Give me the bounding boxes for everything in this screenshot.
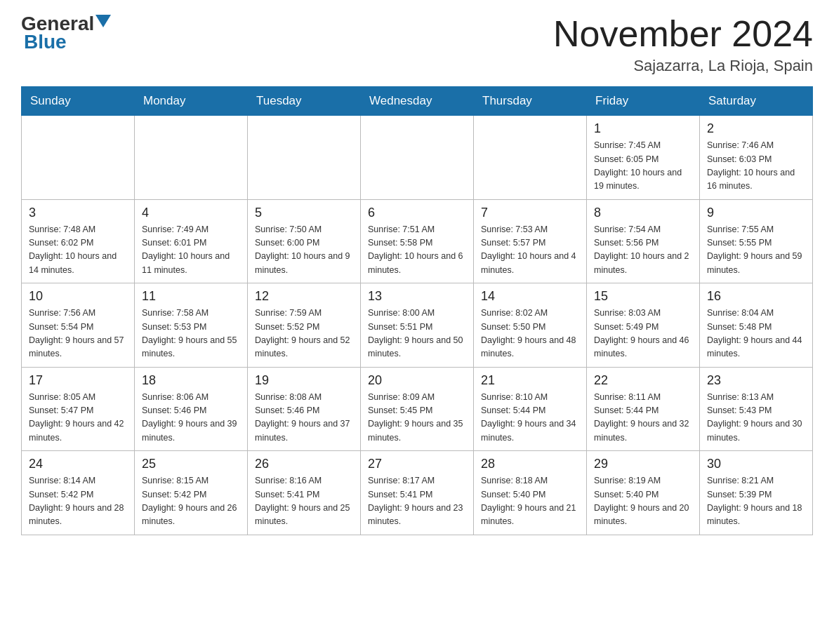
page-header: General Blue November 2024 Sajazarra, La… (21, 14, 813, 75)
day-number: 15 (594, 289, 692, 304)
calendar-cell: 18Sunrise: 8:06 AM Sunset: 5:46 PM Dayli… (135, 367, 248, 451)
week-row-5: 24Sunrise: 8:14 AM Sunset: 5:42 PM Dayli… (22, 451, 813, 535)
day-number: 6 (368, 206, 466, 220)
calendar-cell: 11Sunrise: 7:58 AM Sunset: 5:53 PM Dayli… (135, 283, 248, 368)
calendar-table: Sunday Monday Tuesday Wednesday Thursday… (21, 86, 813, 535)
calendar-cell: 29Sunrise: 8:19 AM Sunset: 5:40 PM Dayli… (587, 451, 700, 535)
calendar-cell: 3Sunrise: 7:48 AM Sunset: 6:02 PM Daylig… (22, 199, 135, 283)
day-info: Sunrise: 7:46 AM Sunset: 6:03 PM Dayligh… (707, 139, 805, 194)
day-number: 13 (368, 289, 466, 304)
day-info: Sunrise: 8:18 AM Sunset: 5:40 PM Dayligh… (481, 474, 579, 529)
day-number: 17 (29, 373, 127, 388)
calendar-cell: 15Sunrise: 8:03 AM Sunset: 5:49 PM Dayli… (587, 283, 700, 368)
day-info: Sunrise: 8:11 AM Sunset: 5:44 PM Dayligh… (594, 391, 692, 445)
calendar-cell: 7Sunrise: 7:53 AM Sunset: 5:57 PM Daylig… (474, 199, 587, 283)
calendar-cell: 9Sunrise: 7:55 AM Sunset: 5:55 PM Daylig… (700, 199, 813, 283)
calendar-cell: 17Sunrise: 8:05 AM Sunset: 5:47 PM Dayli… (22, 367, 135, 451)
day-info: Sunrise: 7:49 AM Sunset: 6:01 PM Dayligh… (142, 223, 240, 278)
calendar-cell (474, 116, 587, 200)
day-number: 28 (481, 457, 579, 471)
logo-triangle-icon (95, 15, 111, 30)
day-number: 23 (707, 373, 805, 388)
col-tuesday: Tuesday (248, 87, 361, 116)
day-number: 25 (142, 457, 240, 471)
calendar-cell: 23Sunrise: 8:13 AM Sunset: 5:43 PM Dayli… (700, 367, 813, 451)
day-number: 1 (594, 121, 692, 136)
day-info: Sunrise: 7:50 AM Sunset: 6:00 PM Dayligh… (255, 223, 353, 278)
calendar-cell: 27Sunrise: 8:17 AM Sunset: 5:41 PM Dayli… (361, 451, 474, 535)
day-number: 4 (142, 206, 240, 220)
day-number: 9 (707, 206, 805, 220)
day-number: 26 (255, 457, 353, 471)
day-number: 18 (142, 373, 240, 388)
title-section: November 2024 Sajazarra, La Rioja, Spain (553, 14, 813, 75)
day-number: 14 (481, 289, 579, 304)
day-number: 12 (255, 289, 353, 304)
week-row-4: 17Sunrise: 8:05 AM Sunset: 5:47 PM Dayli… (22, 367, 813, 451)
calendar-cell: 21Sunrise: 8:10 AM Sunset: 5:44 PM Dayli… (474, 367, 587, 451)
calendar-location: Sajazarra, La Rioja, Spain (553, 57, 813, 75)
svg-marker-0 (95, 15, 111, 27)
week-row-3: 10Sunrise: 7:56 AM Sunset: 5:54 PM Dayli… (22, 283, 813, 368)
day-info: Sunrise: 8:03 AM Sunset: 5:49 PM Dayligh… (594, 307, 692, 361)
calendar-cell: 8Sunrise: 7:54 AM Sunset: 5:56 PM Daylig… (587, 199, 700, 283)
calendar-cell: 12Sunrise: 7:59 AM Sunset: 5:52 PM Dayli… (248, 283, 361, 368)
calendar-cell: 16Sunrise: 8:04 AM Sunset: 5:48 PM Dayli… (700, 283, 813, 368)
calendar-cell: 6Sunrise: 7:51 AM Sunset: 5:58 PM Daylig… (361, 199, 474, 283)
day-number: 24 (29, 457, 127, 471)
day-info: Sunrise: 7:56 AM Sunset: 5:54 PM Dayligh… (29, 307, 127, 361)
day-number: 7 (481, 206, 579, 220)
col-monday: Monday (135, 87, 248, 116)
day-info: Sunrise: 8:00 AM Sunset: 5:51 PM Dayligh… (368, 307, 466, 361)
day-info: Sunrise: 7:59 AM Sunset: 5:52 PM Dayligh… (255, 307, 353, 361)
calendar-cell: 14Sunrise: 8:02 AM Sunset: 5:50 PM Dayli… (474, 283, 587, 368)
week-row-2: 3Sunrise: 7:48 AM Sunset: 6:02 PM Daylig… (22, 199, 813, 283)
col-sunday: Sunday (22, 87, 135, 116)
calendar-cell: 22Sunrise: 8:11 AM Sunset: 5:44 PM Dayli… (587, 367, 700, 451)
calendar-cell: 13Sunrise: 8:00 AM Sunset: 5:51 PM Dayli… (361, 283, 474, 368)
day-info: Sunrise: 8:13 AM Sunset: 5:43 PM Dayligh… (707, 391, 805, 445)
day-info: Sunrise: 7:54 AM Sunset: 5:56 PM Dayligh… (594, 223, 692, 278)
day-info: Sunrise: 8:06 AM Sunset: 5:46 PM Dayligh… (142, 391, 240, 445)
calendar-cell (248, 116, 361, 200)
col-friday: Friday (587, 87, 700, 116)
calendar-title: November 2024 (553, 14, 813, 54)
calendar-cell: 5Sunrise: 7:50 AM Sunset: 6:00 PM Daylig… (248, 199, 361, 283)
day-info: Sunrise: 8:05 AM Sunset: 5:47 PM Dayligh… (29, 391, 127, 445)
day-number: 29 (594, 457, 692, 471)
calendar-cell: 25Sunrise: 8:15 AM Sunset: 5:42 PM Dayli… (135, 451, 248, 535)
col-wednesday: Wednesday (361, 87, 474, 116)
day-number: 27 (368, 457, 466, 471)
day-number: 5 (255, 206, 353, 220)
calendar-cell: 20Sunrise: 8:09 AM Sunset: 5:45 PM Dayli… (361, 367, 474, 451)
day-info: Sunrise: 8:04 AM Sunset: 5:48 PM Dayligh… (707, 307, 805, 361)
calendar-header-row: Sunday Monday Tuesday Wednesday Thursday… (22, 87, 813, 116)
calendar-cell: 4Sunrise: 7:49 AM Sunset: 6:01 PM Daylig… (135, 199, 248, 283)
day-number: 10 (29, 289, 127, 304)
day-info: Sunrise: 8:16 AM Sunset: 5:41 PM Dayligh… (255, 474, 353, 529)
calendar-cell: 1Sunrise: 7:45 AM Sunset: 6:05 PM Daylig… (587, 116, 700, 200)
day-info: Sunrise: 7:53 AM Sunset: 5:57 PM Dayligh… (481, 223, 579, 278)
calendar-cell: 28Sunrise: 8:18 AM Sunset: 5:40 PM Dayli… (474, 451, 587, 535)
day-number: 20 (368, 373, 466, 388)
calendar-cell: 26Sunrise: 8:16 AM Sunset: 5:41 PM Dayli… (248, 451, 361, 535)
day-number: 19 (255, 373, 353, 388)
calendar-cell: 19Sunrise: 8:08 AM Sunset: 5:46 PM Dayli… (248, 367, 361, 451)
day-info: Sunrise: 8:08 AM Sunset: 5:46 PM Dayligh… (255, 391, 353, 445)
day-info: Sunrise: 8:15 AM Sunset: 5:42 PM Dayligh… (142, 474, 240, 529)
logo: General Blue (21, 14, 111, 53)
day-info: Sunrise: 7:51 AM Sunset: 5:58 PM Dayligh… (368, 223, 466, 278)
day-number: 8 (594, 206, 692, 220)
calendar-cell: 10Sunrise: 7:56 AM Sunset: 5:54 PM Dayli… (22, 283, 135, 368)
day-info: Sunrise: 7:48 AM Sunset: 6:02 PM Dayligh… (29, 223, 127, 278)
day-info: Sunrise: 7:55 AM Sunset: 5:55 PM Dayligh… (707, 223, 805, 278)
calendar-cell (135, 116, 248, 200)
calendar-cell: 24Sunrise: 8:14 AM Sunset: 5:42 PM Dayli… (22, 451, 135, 535)
day-number: 2 (707, 121, 805, 136)
calendar-cell: 2Sunrise: 7:46 AM Sunset: 6:03 PM Daylig… (700, 116, 813, 200)
day-info: Sunrise: 8:02 AM Sunset: 5:50 PM Dayligh… (481, 307, 579, 361)
day-info: Sunrise: 8:19 AM Sunset: 5:40 PM Dayligh… (594, 474, 692, 529)
day-number: 11 (142, 289, 240, 304)
day-info: Sunrise: 8:21 AM Sunset: 5:39 PM Dayligh… (707, 474, 805, 529)
day-info: Sunrise: 8:09 AM Sunset: 5:45 PM Dayligh… (368, 391, 466, 445)
